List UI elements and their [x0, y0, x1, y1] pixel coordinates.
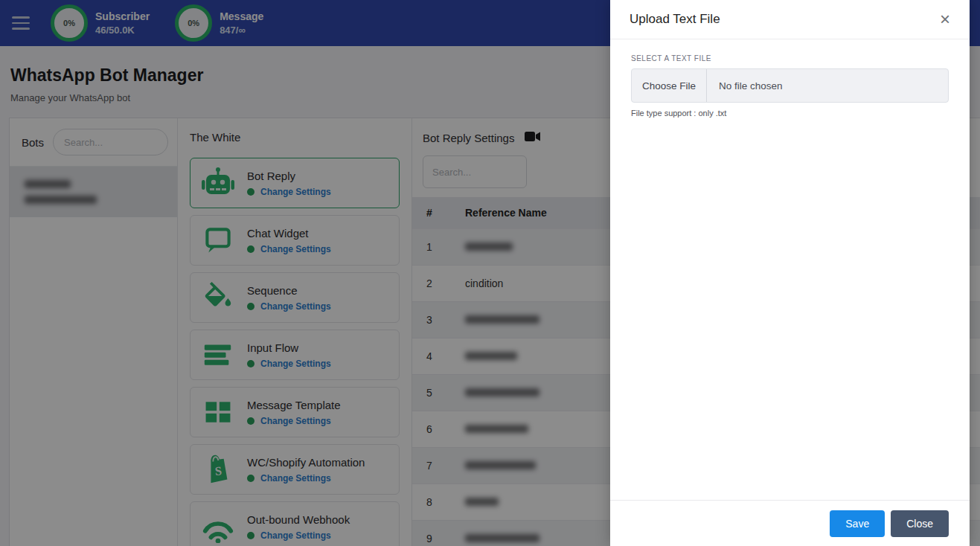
- select-file-label: SELECT A TEXT FILE: [631, 54, 949, 62]
- file-upload-input[interactable]: Choose File No file chosen: [631, 68, 949, 103]
- close-icon[interactable]: ×: [940, 10, 950, 28]
- choose-file-button[interactable]: Choose File: [632, 69, 707, 102]
- close-button[interactable]: Close: [891, 510, 949, 537]
- whatsapp-bot-manager-app: 0% Subscriber 46/50.0K 0% Message 847/∞ …: [0, 0, 980, 546]
- file-chosen-status: No file chosen: [707, 69, 795, 102]
- modal-title: Upload Text File: [630, 12, 720, 27]
- file-type-helper-text: File type support : only .txt: [631, 109, 949, 118]
- save-button[interactable]: Save: [830, 510, 885, 537]
- upload-text-file-modal: Upload Text File × SELECT A TEXT FILE Ch…: [610, 0, 970, 546]
